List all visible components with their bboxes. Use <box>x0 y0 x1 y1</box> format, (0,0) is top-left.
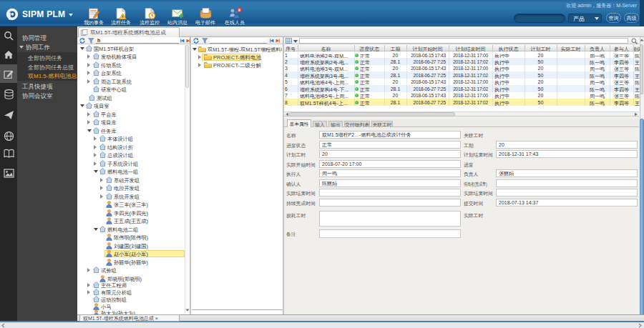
svg-text:9: 9 <box>238 8 240 12</box>
